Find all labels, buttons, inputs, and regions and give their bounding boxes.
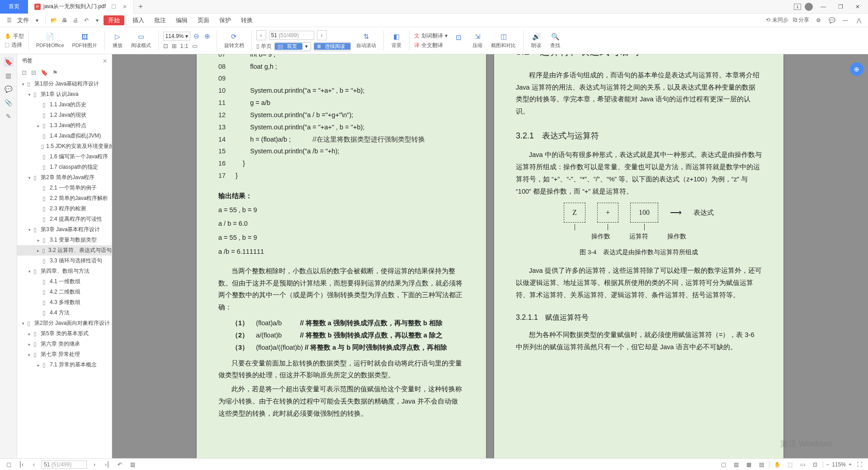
play-button[interactable]: ▷播放: [109, 32, 126, 49]
close-tab-icon[interactable]: ✕: [123, 4, 127, 10]
tree-toggle-icon[interactable]: ▸: [27, 351, 32, 358]
bookmark-item[interactable]: ▯2.3 程序的检测: [17, 204, 112, 214]
background-button[interactable]: ◧背景: [388, 32, 405, 49]
file-menu[interactable]: 文件: [15, 16, 31, 24]
sidebar-toggle-icon[interactable]: ▢: [4, 460, 14, 469]
close-panel-icon[interactable]: ✕: [103, 58, 107, 64]
bookmark-item[interactable]: ▸▯第七章 异常处理: [17, 349, 112, 360]
pdf-to-image-button[interactable]: 🖼PDF转图片: [70, 32, 100, 49]
zoom-value[interactable]: 115%: [832, 461, 846, 468]
view-mode-icon[interactable]: ▥: [127, 460, 137, 469]
chevron-down-icon[interactable]: ▾: [33, 16, 42, 25]
tree-toggle-icon[interactable]: ▸: [36, 237, 41, 243]
page-number-input[interactable]: 51 (51/499): [269, 31, 314, 40]
menu-item[interactable]: 批注: [152, 16, 168, 24]
expand-all-icon[interactable]: ⊡: [22, 69, 27, 76]
hamburger-icon[interactable]: ☰: [5, 16, 14, 25]
bookmark-item[interactable]: ▯1.2 Java的现状: [17, 110, 112, 120]
bookmark-item[interactable]: ▯1.5 JDK的安装及环境变量的配置: [17, 141, 112, 152]
pdf-to-office-button[interactable]: 📄PDF转Office: [33, 32, 67, 49]
zoom-in-icon[interactable]: ⊕: [203, 32, 212, 41]
read-mode-button[interactable]: ▭阅读模式: [128, 32, 154, 49]
compare-button[interactable]: ◫截图和对比: [488, 32, 519, 49]
tree-toggle-icon[interactable]: ▾: [21, 81, 25, 87]
bookmark-item[interactable]: ▯2.1 一个简单的例子: [17, 183, 112, 193]
bookmark-item[interactable]: ▯1.7 classpath的指定: [17, 162, 112, 172]
tree-toggle-icon[interactable]: [36, 299, 41, 306]
tree-toggle-icon[interactable]: [36, 195, 41, 202]
marquee-icon[interactable]: ▭: [797, 460, 807, 469]
attachments-rail-icon[interactable]: 📎: [4, 98, 14, 108]
print-icon[interactable]: 🖨: [71, 16, 80, 25]
bookmark-item[interactable]: ▾▯第3章 Java基本程序设计: [17, 224, 112, 235]
tree-toggle-icon[interactable]: [36, 102, 41, 108]
new-tab-button[interactable]: ＋: [134, 2, 147, 11]
hand-tool[interactable]: ✋ 手型: [5, 33, 24, 40]
tree-toggle-icon[interactable]: ▾: [27, 268, 32, 275]
assistant-badge[interactable]: ⊕: [850, 62, 863, 76]
search-button[interactable]: 🔍查找: [547, 32, 563, 49]
start-tab[interactable]: 开始: [104, 15, 124, 25]
gear-icon[interactable]: ⚙: [814, 16, 823, 25]
rotate-button[interactable]: ⟳旋转文档: [222, 32, 247, 49]
actual-size-icon[interactable]: 1:1: [180, 43, 189, 49]
fit-icon[interactable]: ⊡: [810, 460, 820, 469]
tree-toggle-icon[interactable]: [36, 206, 41, 212]
tree-toggle-icon[interactable]: ▸: [36, 123, 41, 129]
layout-1-icon[interactable]: ▢: [718, 460, 728, 469]
fit-page-icon[interactable]: ⊞: [172, 43, 177, 49]
zoom-input[interactable]: 114.9%▾: [163, 32, 190, 41]
overflow-icon[interactable]: ⋀: [854, 16, 863, 25]
tree-toggle-icon[interactable]: [36, 279, 41, 285]
tree-toggle-icon[interactable]: ▸: [36, 362, 41, 368]
tree-toggle-icon[interactable]: [36, 164, 41, 171]
bookmark-item[interactable]: ▾▯第2章 简单的Java程序: [17, 172, 112, 183]
status-page-input[interactable]: 51 (51/499): [42, 461, 87, 469]
history-icon[interactable]: ↶: [115, 460, 125, 469]
compress-button[interactable]: ⇲压缩: [469, 32, 486, 49]
zoom-in-status-icon[interactable]: +: [849, 461, 852, 468]
ocr-button[interactable]: ⊡: [450, 33, 467, 48]
bookmark-item[interactable]: ▸▯第5章 类的基本形式: [17, 328, 112, 339]
signatures-rail-icon[interactable]: ✎: [4, 111, 14, 121]
continuous-scroll-toggle[interactable]: ≣ 连续阅读: [314, 42, 351, 51]
auto-scroll-button[interactable]: ⇅自动滚动: [354, 32, 379, 49]
bookmark-flag-icon[interactable]: ⚑: [52, 69, 58, 76]
tree-toggle-icon[interactable]: [36, 133, 41, 139]
fullscreen-icon[interactable]: ⛶: [854, 460, 864, 469]
document-tab[interactable]: P java从一无所知到入门.pdf ☐ ✕: [28, 0, 134, 14]
double-page-toggle[interactable]: ▯▯ 双页▾: [274, 42, 311, 51]
more-icon[interactable]: —: [841, 16, 850, 25]
home-tab[interactable]: 首页: [0, 0, 28, 14]
tree-toggle-icon[interactable]: [36, 289, 41, 295]
tree-toggle-icon[interactable]: [36, 154, 41, 160]
read-aloud-button[interactable]: 🔊朗读: [528, 32, 544, 49]
prev-page-icon[interactable]: ‹: [29, 460, 39, 469]
collapse-all-icon[interactable]: ⊟: [31, 69, 36, 76]
next-page-icon[interactable]: ›: [90, 460, 99, 469]
bookmark-item[interactable]: ▯4.4 方法: [17, 308, 112, 318]
open-icon[interactable]: 📂: [49, 16, 58, 25]
bookmark-add-icon[interactable]: 🔖: [41, 69, 48, 76]
layout-2-icon[interactable]: ▥: [731, 460, 741, 469]
bookmark-item[interactable]: ▯3.3 循环与选择性语句: [17, 256, 112, 266]
full-translate-button[interactable]: 译全文翻译: [414, 42, 448, 49]
bookmark-item[interactable]: ▯1.1 Java的历史: [17, 100, 112, 110]
word-translate-button[interactable]: 文划词翻译▾: [414, 32, 448, 40]
zoom-out-icon[interactable]: ⊖: [192, 32, 201, 41]
tree-toggle-icon[interactable]: ▸: [27, 331, 32, 337]
tree-toggle-icon[interactable]: ▸: [27, 341, 32, 347]
redo-icon[interactable]: ▾: [93, 16, 102, 25]
tree-toggle-icon[interactable]: ▸: [36, 247, 40, 254]
single-page-button[interactable]: ▯ 单页: [256, 43, 272, 50]
bookmark-item[interactable]: ▯4.1 一维数组: [17, 276, 112, 287]
bookmark-item[interactable]: ▾▯第1部分 Java基础程序设计: [17, 79, 112, 89]
bookmark-item[interactable]: ▸▯3.2 运算符、表达式与语句: [17, 245, 112, 256]
menu-item[interactable]: 插入: [131, 16, 146, 24]
tree-toggle-icon[interactable]: ▾: [27, 91, 32, 98]
bookmarks-rail-icon[interactable]: 🔖: [4, 57, 14, 67]
maximize-button[interactable]: ❐: [834, 0, 847, 13]
tree-toggle-icon[interactable]: [36, 185, 41, 191]
bookmark-item[interactable]: ▾▯第四章、数组与方法: [17, 266, 112, 276]
tree-toggle-icon[interactable]: ▾: [27, 175, 32, 181]
